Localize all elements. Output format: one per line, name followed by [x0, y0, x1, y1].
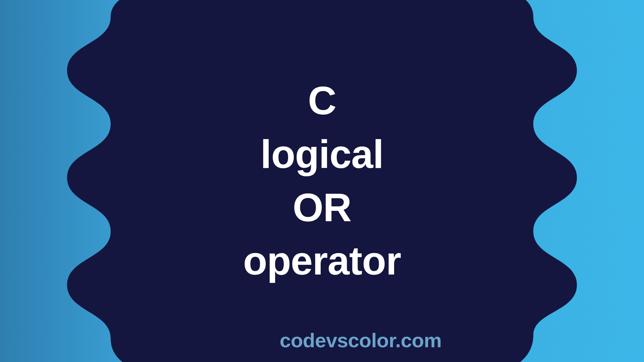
headline-line-4: operator [243, 234, 401, 288]
site-watermark: codevscolor.com [280, 329, 442, 352]
banner-canvas: C logical OR operator codevscolor.com [0, 0, 644, 362]
headline-line-2: logical [243, 128, 401, 181]
headline-line-1: C [243, 74, 401, 127]
headline: C logical OR operator [243, 74, 401, 288]
headline-line-3: OR [243, 181, 401, 234]
